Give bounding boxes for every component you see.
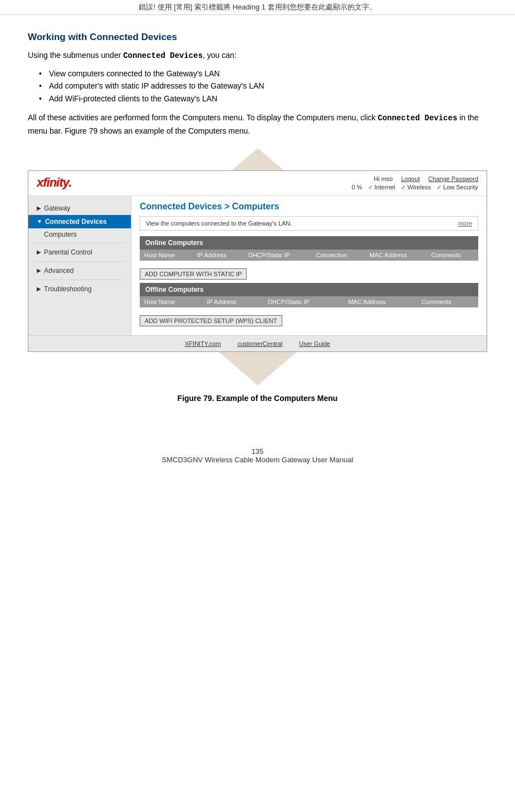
col-offline-mac: MAC Address <box>344 296 417 307</box>
connected-devices-arrow-icon: ▼ <box>37 218 42 224</box>
sidebar-item-parental-control[interactable]: ▶ Parental Control <box>28 246 131 259</box>
bullet-item-2: Add computer's with static IP addresses … <box>39 80 487 92</box>
internet-status: ✓ Internet <box>368 184 395 191</box>
page-number: 135 <box>28 447 487 456</box>
col-hostname: Host Name <box>140 250 193 261</box>
description-text: View the computers connected to the Gate… <box>146 220 292 227</box>
hi-user: Hi mso <box>374 175 393 182</box>
security-status: ✓ Low Security <box>436 184 478 191</box>
arrow-down-decoration <box>219 352 297 385</box>
col-dhcp: DHCP/Static IP <box>244 250 312 261</box>
status-row: 0 % ✓ Internet ✓ Wireless ✓ Low Security <box>352 184 478 191</box>
content-title: Connected Devices > Computers <box>140 202 478 212</box>
sidebar-item-connected-devices[interactable]: ▼ Connected Devices <box>28 215 131 228</box>
advanced-arrow-icon: ▶ <box>37 267 41 273</box>
security-check-icon: ✓ <box>436 184 442 191</box>
col-offline-hostname: Host Name <box>140 296 203 307</box>
offline-computers-table: Host Name IP Address DHCP/Static IP MAC … <box>140 296 478 307</box>
online-computers-table: Host Name IP Address DHCP/Static IP Conn… <box>140 250 478 261</box>
sidebar-separator-2 <box>34 261 125 262</box>
add-static-ip-button[interactable]: ADD COMPUTER WITH STATIC IP <box>140 268 247 280</box>
sidebar-subitem-computers[interactable]: Computers <box>28 228 131 241</box>
parental-arrow-icon: ▶ <box>37 249 41 255</box>
col-mac: MAC Address <box>365 250 426 261</box>
sidebar-item-advanced[interactable]: ▶ Advanced <box>28 264 131 277</box>
more-link[interactable]: more <box>458 220 472 227</box>
page-footer: 135 SMCD3GNV Wireless Cable Modem Gatewa… <box>28 447 487 464</box>
wireless-status: ✓ Wireless <box>401 184 431 191</box>
footer-link-customer-central[interactable]: customerCentral <box>238 340 283 347</box>
sidebar-separator-3 <box>34 280 125 280</box>
col-offline-dhcp: DHCP/Static IP <box>263 296 344 307</box>
content-area: Connected Devices > Computers View the c… <box>131 196 487 335</box>
bullet-list: View computers connected to the Gateway'… <box>39 67 487 105</box>
logout-link[interactable]: Logout <box>401 175 420 182</box>
section-heading: Working with Connected Devices <box>28 32 487 43</box>
screenshot-body: ▶ Gateway ▼ Connected Devices Computers … <box>28 196 487 335</box>
sidebar-item-troubleshooting[interactable]: ▶ Troubleshooting <box>28 282 131 296</box>
offline-computers-header: Offline Computers <box>140 283 478 296</box>
xfinity-logo: xfinity. <box>37 175 71 190</box>
error-bar: 錯誤! 使用 [常用] 索引標籤將 Heading 1 套用到您想要在此處顯示的… <box>0 0 515 15</box>
col-comments: Comments <box>427 250 478 261</box>
footer-link-user-guide[interactable]: User Guide <box>299 340 330 347</box>
description-box: View the computers connected to the Gate… <box>140 216 478 231</box>
body-paragraph: All of these activities are performed fo… <box>28 111 487 137</box>
parental-control-label: Parental Control <box>44 248 92 256</box>
bullet-item-3: Add WiFi-protected clients to the Gatewa… <box>39 92 487 105</box>
online-table-header-row: Host Name IP Address DHCP/Static IP Conn… <box>140 250 478 261</box>
intro-bold: Connected Devices <box>123 51 203 60</box>
screenshot-frame: xfinity. Hi mso Logout Change Password 0… <box>28 170 487 352</box>
offline-table-header-row: Host Name IP Address DHCP/Static IP MAC … <box>140 296 478 307</box>
body-bold: Connected Devices <box>377 114 457 123</box>
sidebar: ▶ Gateway ▼ Connected Devices Computers … <box>28 196 131 335</box>
intro-suffix: , you can: <box>203 51 237 60</box>
col-ip: IP Address <box>193 250 244 261</box>
gateway-arrow-icon: ▶ <box>37 205 41 211</box>
header-right: Hi mso Logout Change Password 0 % ✓ Inte… <box>352 175 478 191</box>
percent-label: 0 % <box>352 184 362 190</box>
troubleshooting-arrow-icon: ▶ <box>37 286 41 292</box>
error-text: 錯誤! 使用 [常用] 索引標籤將 Heading 1 套用到您想要在此處顯示的… <box>139 3 376 11</box>
screenshot-footer: XFINITY.com customerCentral User Guide <box>28 335 487 351</box>
document-title: SMCD3GNV Wireless Cable Modem Gateway Us… <box>28 456 487 464</box>
col-offline-ip: IP Address <box>203 296 263 307</box>
footer-link-xfinity[interactable]: XFINITY.com <box>185 340 221 347</box>
change-password-link[interactable]: Change Password <box>428 175 478 182</box>
intro-text: Using the submenus under <box>28 51 123 60</box>
wireless-check-icon: ✓ <box>401 184 406 191</box>
header-links: Hi mso Logout Change Password <box>352 175 478 182</box>
col-connection: Connection <box>312 250 365 261</box>
internet-check-icon: ✓ <box>368 184 373 191</box>
figure-caption: Figure 79. Example of the Computers Menu <box>28 394 487 403</box>
sidebar-separator-1 <box>34 243 125 243</box>
intro-paragraph: Using the submenus under Connected Devic… <box>28 50 487 62</box>
xfinity-header: xfinity. Hi mso Logout Change Password 0… <box>28 171 487 196</box>
online-computers-header: Online Computers <box>140 236 478 250</box>
bullet-item-1: View computers connected to the Gateway'… <box>39 67 487 80</box>
add-wps-button[interactable]: ADD WIFI PROTECTED SETUP (WPS) CLIENT <box>140 315 282 326</box>
col-offline-comments: Comments <box>417 296 478 307</box>
main-content: Working with Connected Devices Using the… <box>0 15 515 486</box>
sidebar-item-gateway[interactable]: ▶ Gateway <box>28 202 131 215</box>
body-text: All of these activities are performed fo… <box>28 113 377 122</box>
